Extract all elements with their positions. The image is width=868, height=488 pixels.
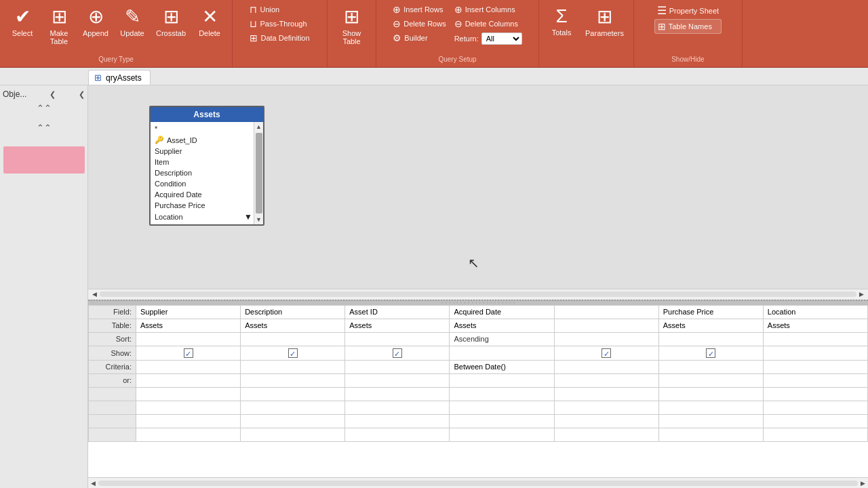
grid-sort-supplier[interactable] <box>136 332 241 346</box>
design-scroll-right[interactable]: ▶ <box>856 289 867 299</box>
grid-extra-4-c1[interactable] <box>136 428 241 441</box>
return-select[interactable]: All 5 25 100 <box>481 33 522 45</box>
data-definition-button[interactable]: ⊞ Data Definition <box>247 31 312 45</box>
grid-table-asset-id[interactable]: Assets <box>345 319 450 332</box>
scrollbar-up-btn[interactable]: ▲ <box>254 122 263 131</box>
grid-extra-4-c6[interactable] <box>658 428 763 441</box>
grid-or-acquired-date[interactable] <box>450 373 554 387</box>
show-description-checkbox[interactable]: ✓ <box>288 348 298 358</box>
grid-extra-1-c7[interactable] <box>763 387 867 401</box>
delete-button[interactable]: ✕ Delete <box>193 3 226 40</box>
design-scroll-track[interactable] <box>100 291 856 297</box>
field-row-acquired-date[interactable]: Acquired Date <box>151 189 263 200</box>
field-row-condition[interactable]: Condition <box>151 178 263 189</box>
table-names-button[interactable]: ⊞ Table Names <box>654 19 722 34</box>
show-purchase-price-checkbox[interactable]: ✓ <box>706 348 715 358</box>
grid-table-supplier[interactable]: Assets <box>136 319 241 332</box>
grid-extra-1-c2[interactable] <box>241 387 345 401</box>
field-row-description[interactable]: Description <box>151 167 263 178</box>
select-button[interactable]: ✔ Select <box>5 3 39 40</box>
grid-extra-2-c2[interactable] <box>241 401 345 414</box>
grid-extra-2-c1[interactable] <box>136 401 241 414</box>
grid-sort-description[interactable] <box>241 332 345 346</box>
grid-extra-3-c2[interactable] <box>241 414 345 428</box>
grid-extra-2-c6[interactable] <box>658 401 763 414</box>
field-row-purchase-price[interactable]: Purchase Price <box>151 200 263 211</box>
grid-table-empty[interactable] <box>554 319 658 332</box>
grid-sort-empty[interactable] <box>554 332 658 346</box>
grid-extra-1-c1[interactable] <box>136 387 241 401</box>
grid-extra-1-c6[interactable] <box>658 387 763 401</box>
grid-extra-3-c7[interactable] <box>763 414 867 428</box>
grid-show-asset-id[interactable]: ✓ <box>345 346 450 360</box>
grid-field-supplier[interactable]: Supplier <box>136 305 241 319</box>
grid-field-location[interactable]: Location <box>763 305 867 319</box>
scrollbar-down-btn[interactable]: ▼ <box>254 215 263 224</box>
grid-extra-3-c6[interactable] <box>658 414 763 428</box>
field-row-item[interactable]: Item <box>151 157 263 167</box>
splitter[interactable]: · · · · · · · · · · · · · · · · · · · · <box>88 300 868 305</box>
grid-scroll-left[interactable]: ◀ <box>88 479 98 488</box>
grid-extra-4-c5[interactable] <box>554 428 658 441</box>
parameters-button[interactable]: ⊞ Parameters <box>581 3 628 40</box>
grid-scroll-right[interactable]: ▶ <box>858 479 868 488</box>
grid-extra-1-c5[interactable] <box>554 387 658 401</box>
grid-field-acquired-date[interactable]: Acquired Date <box>450 305 554 319</box>
grid-show-location[interactable] <box>763 346 867 360</box>
grid-extra-2-c5[interactable] <box>554 401 658 414</box>
grid-criteria-acquired-date[interactable]: Between Date() <box>450 360 554 373</box>
grid-or-empty[interactable] <box>554 373 658 387</box>
grid-extra-2-c3[interactable] <box>345 401 450 414</box>
grid-or-purchase-price[interactable] <box>658 373 763 387</box>
grid-table-acquired-date[interactable]: Assets <box>450 319 554 332</box>
sidebar-collapse-btn[interactable]: ❮ <box>50 90 56 99</box>
show-supplier-checkbox[interactable]: ✓ <box>184 348 193 358</box>
sidebar-double-up2[interactable]: ⌃⌃ <box>37 123 52 133</box>
delete-rows-button[interactable]: ⊖ Delete Rows <box>390 17 448 30</box>
grid-criteria-description[interactable] <box>241 360 345 373</box>
grid-field-asset-id[interactable]: Asset ID <box>345 305 450 319</box>
sidebar-double-up[interactable]: ⌃⌃ <box>37 103 52 113</box>
union-button[interactable]: ⊓ Union <box>247 3 312 16</box>
grid-sort-asset-id[interactable] <box>345 332 450 346</box>
grid-or-supplier[interactable] <box>136 373 241 387</box>
grid-table-location[interactable]: Assets <box>763 319 867 332</box>
builder-button[interactable]: ⚙ Builder <box>390 31 448 45</box>
scrollbar-thumb[interactable] <box>256 133 262 214</box>
update-button[interactable]: ✎ Update <box>115 3 149 40</box>
show-table-button[interactable]: ⊞ ShowTable <box>333 3 370 48</box>
grid-field-description[interactable]: Description <box>241 305 345 319</box>
grid-extra-4-c3[interactable] <box>345 428 450 441</box>
grid-extra-3-c5[interactable] <box>554 414 658 428</box>
grid-sort-acquired-date[interactable]: Ascending <box>450 332 554 346</box>
sidebar-close-btn[interactable]: ❮ <box>79 90 85 99</box>
design-scroll-left[interactable]: ◀ <box>90 289 100 299</box>
field-row-all[interactable]: * <box>151 123 263 134</box>
grid-scroll-track[interactable] <box>98 481 858 486</box>
grid-show-supplier[interactable]: ✓ <box>136 346 241 360</box>
grid-table-purchase-price[interactable]: Assets <box>658 319 763 332</box>
grid-criteria-supplier[interactable] <box>136 360 241 373</box>
expand-icon[interactable]: ▼ <box>244 212 252 222</box>
pass-through-button[interactable]: ⊔ Pass-Through <box>247 17 312 30</box>
field-row-asset-id[interactable]: 🔑 Asset_ID <box>151 134 263 146</box>
tab-qry-assets[interactable]: ⊞ qryAssets <box>88 70 151 85</box>
grid-extra-4-c7[interactable] <box>763 428 867 441</box>
grid-sort-location[interactable] <box>763 332 867 346</box>
grid-criteria-purchase-price[interactable] <box>658 360 763 373</box>
grid-show-empty[interactable]: ✓ <box>554 346 658 360</box>
grid-field-empty[interactable] <box>554 305 658 319</box>
grid-criteria-location[interactable] <box>763 360 867 373</box>
grid-show-description[interactable]: ✓ <box>241 346 345 360</box>
insert-rows-button[interactable]: ⊕ Insert Rows <box>390 3 448 16</box>
show-asset-id-checkbox[interactable]: ✓ <box>393 348 402 358</box>
property-sheet-button[interactable]: ☰ Property Sheet <box>654 3 722 18</box>
make-table-button[interactable]: ⊞ MakeTable <box>42 3 76 48</box>
field-row-location[interactable]: Location ▼ <box>151 211 263 223</box>
grid-show-purchase-price[interactable]: ✓ <box>658 346 763 360</box>
grid-extra-3-c1[interactable] <box>136 414 241 428</box>
grid-extra-1-c4[interactable] <box>450 387 554 401</box>
grid-or-asset-id[interactable] <box>345 373 450 387</box>
grid-or-location[interactable] <box>763 373 867 387</box>
grid-extra-4-c4[interactable] <box>450 428 554 441</box>
